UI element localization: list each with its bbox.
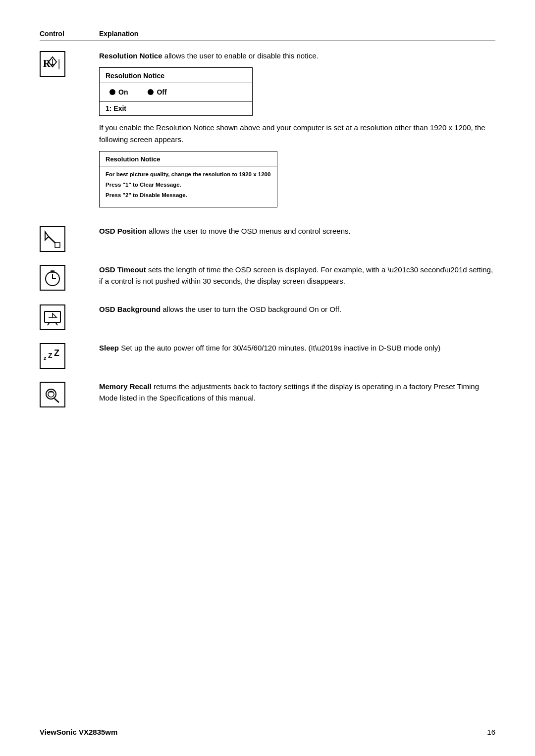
table-header: Control Explanation [40,30,495,41]
osd-background-icon [40,304,65,330]
page-footer: ViewSonic VX2835wm 16 [40,728,495,736]
osd-bg-text-cell: OSD Background allows the user to turn t… [99,303,495,320]
footer-brand-name: ViewSonic [40,728,77,736]
resolution-icon-svg: R | [42,53,63,75]
popup-option-off: Off [148,88,166,96]
popup-off-label: Off [157,88,166,96]
svg-line-22 [54,399,59,403]
osd-timeout-bold: OSD Timeout [99,265,146,274]
svg-text:|: | [58,58,60,69]
resolution-info-box: Resolution Notice For best picture quali… [99,151,277,207]
memory-recall-bold: Memory Recall [99,382,152,391]
resolution-notice-para: If you enable the Resolution Notice show… [99,122,495,145]
osd-timeout-desc: sets the length of time the OSD screen i… [99,265,493,285]
footer-page-number: 16 [487,728,495,736]
footer-brand: ViewSonic VX2835wm [40,728,117,736]
radio-dot-off [148,89,154,95]
osd-position-bold: OSD Position [99,227,147,235]
radio-dot-on [109,89,115,95]
resolution-notice-desc: allows the user to enable or disable thi… [162,51,319,60]
osd-background-svg [43,307,62,327]
icon-cell-osd-position [40,225,99,252]
section-resolution-notice: R | Resolution Notice allows the user to… [40,50,495,213]
osd-position-description: OSD Position allows the user to move the… [99,225,495,237]
section-memory-recall: Memory Recall returns the adjustments ba… [40,381,495,409]
resolution-notice-popup: Resolution Notice On Off 1: Exit [99,67,253,116]
sleep-description: Sleep Set up the auto power off time for… [99,342,495,353]
sleep-bold: Sleep [99,344,119,352]
memory-recall-text-cell: Memory Recall returns the adjustments ba… [99,381,495,409]
osd-background-desc: allows the user to turn the OSD backgrou… [160,305,341,313]
popup-on-label: On [118,88,128,96]
icon-cell-sleep: z Z Z [40,342,99,369]
section-sleep: z Z Z Sleep Set up the auto power off ti… [40,342,495,369]
svg-text:Z: Z [48,352,53,359]
sleep-desc: Set up the auto power off time for 30/45… [119,344,440,352]
page-container: Control Explanation R | Res [0,0,535,756]
memory-recall-icon [40,382,65,407]
memory-recall-desc: returns the adjustments back to factory … [99,382,479,402]
resolution-notice-text-cell: Resolution Notice allows the user to ena… [99,50,495,213]
svg-point-20 [46,389,56,399]
header-control: Control [40,30,99,38]
popup-title: Resolution Notice [100,68,252,83]
sleep-text-cell: Sleep Set up the auto power off time for… [99,342,495,358]
popup-option-on: On [109,88,128,96]
info-line-1: For best picture quality, change the res… [106,170,271,179]
resolution-icon: R | [40,51,65,77]
section-osd-timeout: OSD Timeout sets the length of time the … [40,264,495,292]
osd-position-text-cell: OSD Position allows the user to move the… [99,225,495,242]
svg-rect-7 [55,243,60,248]
info-box-title: Resolution Notice [100,151,277,166]
info-line-3: Press "2" to Disable Message. [106,191,271,200]
svg-text:z: z [44,355,47,361]
osd-background-bold: OSD Background [99,305,160,313]
sleep-svg: z Z Z [42,345,63,367]
icon-cell-memory [40,381,99,407]
sleep-icon: z Z Z [40,343,65,369]
osd-background-description: OSD Background allows the user to turn t… [99,303,495,315]
icon-cell-resolution: R | [40,50,99,77]
popup-exit: 1: Exit [100,101,252,115]
section-osd-background: OSD Background allows the user to turn t… [40,303,495,330]
icon-cell-osd-bg [40,303,99,330]
osd-timeout-text-cell: OSD Timeout sets the length of time the … [99,264,495,292]
svg-text:Z: Z [54,348,59,358]
svg-marker-15 [53,313,56,317]
osd-position-desc: allows the user to move the OSD menus an… [147,227,351,235]
osd-timeout-icon [40,265,65,291]
osd-position-svg [43,229,62,249]
footer-model: VX2835wm [79,728,117,736]
osd-position-icon [40,226,65,252]
icon-cell-osd-timeout [40,264,99,291]
memory-recall-svg [43,385,62,404]
memory-recall-description: Memory Recall returns the adjustments ba… [99,381,495,404]
osd-timeout-svg [43,268,62,288]
info-box-body: For best picture quality, change the res… [100,166,277,207]
svg-marker-5 [45,232,49,240]
osd-timeout-description: OSD Timeout sets the length of time the … [99,264,495,287]
popup-options-row: On Off [100,83,252,101]
section-osd-position: OSD Position allows the user to move the… [40,225,495,252]
resolution-notice-bold: Resolution Notice [99,51,162,60]
resolution-notice-description: Resolution Notice allows the user to ena… [99,50,495,61]
info-line-2: Press "1" to Clear Message. [106,181,271,189]
header-explanation: Explanation [99,30,138,38]
